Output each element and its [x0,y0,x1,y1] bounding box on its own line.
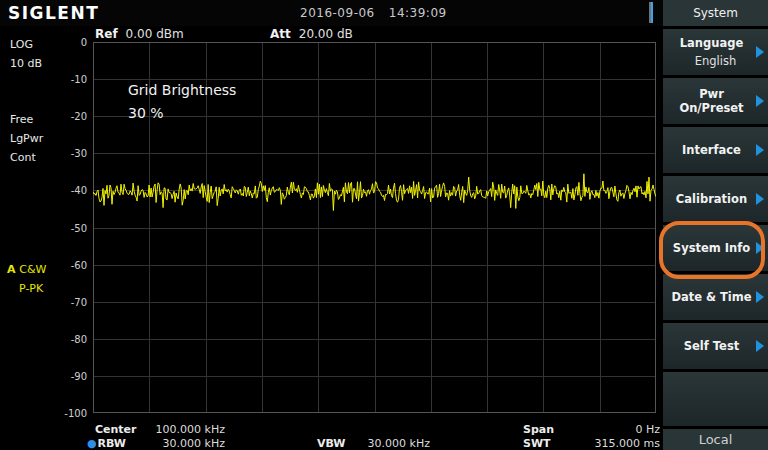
menu-title: System [663,0,768,26]
y-axis-label: -40 [71,185,87,196]
usb-device-icon [649,3,661,21]
ref-level-readout: Ref0.00 dBm [95,27,184,41]
softkey-pwr-on-preset[interactable]: Pwr On/Preset [663,78,768,124]
softkey-blank [663,372,768,426]
grid-brightness-annotation: Grid Brightness 30 % [128,79,236,125]
attenuation-readout: Att20.00 dB [270,27,353,41]
y-axis-labels: 0-10-20-30-40-50-60-70-80-90-100 [58,42,90,413]
detector-label: LgPwr [10,132,43,145]
scale-div-label: 10 dB [10,57,42,70]
y-axis-label: -60 [71,259,87,270]
noise-trace [93,174,656,211]
submenu-arrow-icon [756,144,764,156]
swt-value: 315.000 ms [555,437,660,450]
y-axis-label: -70 [71,296,87,307]
rbw-value: 30.000 kHz [130,437,225,450]
brand-logo: SIGLENT [8,3,99,23]
vbw-label: VBW [317,437,345,450]
language-current-value: English [695,54,737,68]
softkey-menu-panel: System Language English Pwr On/Preset In… [663,0,768,450]
span-label: Span [523,423,554,436]
submenu-arrow-icon [756,291,764,303]
trace-detector-label: P-PK [19,282,43,295]
y-axis-label: -80 [71,333,87,344]
submenu-arrow-icon [756,46,764,58]
y-axis-label: -10 [71,74,87,85]
y-axis-label: 0 [81,37,87,48]
softkey-interface[interactable]: Interface [663,127,768,173]
submenu-arrow-icon [756,340,764,352]
center-freq-value: 100.000 kHz [130,423,225,436]
y-axis-label: -90 [71,370,87,381]
softkey-self-test[interactable]: Self Test [663,323,768,369]
date-text: 2016-09-06 [300,6,375,20]
submenu-arrow-icon [756,242,764,254]
y-axis-label: -30 [71,148,87,159]
y-axis-label: -20 [71,111,87,122]
time-text: 14:39:09 [389,6,447,20]
span-value: 0 Hz [555,423,660,436]
sweep-mode-label: Cont [10,151,36,164]
softkey-date-time[interactable]: Date & Time [663,274,768,320]
spectrum-analyzer-screen: SIGLENT 2016-09-0614:39:09 LOG 10 dB Fre… [0,0,768,450]
vbw-value: 30.000 kHz [345,437,430,450]
softkey-calibration[interactable]: Calibration [663,176,768,222]
top-status-bar: SIGLENT 2016-09-0614:39:09 [0,0,768,26]
y-axis-label: -100 [64,408,87,419]
datetime-display: 2016-09-0614:39:09 [300,6,447,20]
trace-id-label: A C&W [7,263,47,276]
softkey-system-info[interactable]: System Info [663,225,768,271]
swt-label: SWT [523,437,551,450]
softkey-language[interactable]: Language English [663,29,768,75]
submenu-arrow-icon [756,95,764,107]
coupled-indicator-icon: ● [87,437,97,450]
y-axis-label: -50 [71,222,87,233]
submenu-arrow-icon [756,193,764,205]
trigger-label: Free [10,113,33,126]
rbw-label: ●RBW [87,437,126,450]
local-status-indicator: Local [663,429,768,450]
scale-type-label: LOG [10,38,33,51]
